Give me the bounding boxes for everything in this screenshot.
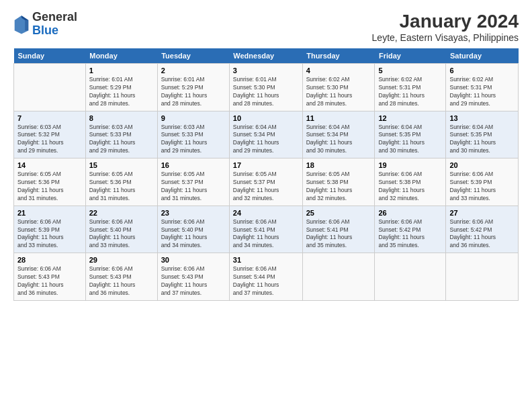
day-info: Sunrise: 6:02 AM Sunset: 5:31 PM Dayligh… (449, 76, 515, 108)
day-info: Sunrise: 6:04 AM Sunset: 5:34 PM Dayligh… (306, 124, 371, 156)
calendar-cell: 19Sunrise: 6:06 AM Sunset: 5:38 PM Dayli… (375, 158, 446, 206)
day-info: Sunrise: 6:06 AM Sunset: 5:42 PM Dayligh… (449, 218, 515, 250)
day-info: Sunrise: 6:05 AM Sunset: 5:37 PM Dayligh… (161, 171, 226, 203)
day-number: 23 (161, 209, 226, 217)
day-info: Sunrise: 6:06 AM Sunset: 5:42 PM Dayligh… (378, 218, 442, 250)
calendar-cell: 12Sunrise: 6:04 AM Sunset: 5:35 PM Dayli… (375, 111, 446, 158)
week-row-3: 14Sunrise: 6:05 AM Sunset: 5:36 PM Dayli… (14, 158, 519, 206)
day-number: 25 (306, 209, 371, 217)
calendar-cell: 4Sunrise: 6:02 AM Sunset: 5:30 PM Daylig… (302, 64, 375, 111)
day-number: 26 (378, 209, 442, 217)
logo-blue: Blue (32, 24, 77, 38)
week-row-5: 28Sunrise: 6:06 AM Sunset: 5:43 PM Dayli… (14, 253, 519, 301)
day-number: 22 (89, 209, 154, 217)
calendar-cell (14, 64, 86, 111)
day-number: 2 (161, 66, 226, 75)
calendar-cell: 13Sunrise: 6:04 AM Sunset: 5:35 PM Dayli… (446, 111, 519, 158)
page: General Blue January 2024 Leyte, Eastern… (0, 0, 532, 411)
day-info: Sunrise: 6:06 AM Sunset: 5:41 PM Dayligh… (233, 218, 299, 250)
calendar-cell: 26Sunrise: 6:06 AM Sunset: 5:42 PM Dayli… (375, 205, 446, 253)
header-cell-thursday: Thursday (302, 48, 375, 64)
calendar-cell: 23Sunrise: 6:06 AM Sunset: 5:40 PM Dayli… (157, 205, 229, 253)
header-cell-wednesday: Wednesday (229, 48, 302, 64)
week-row-1: 1Sunrise: 6:01 AM Sunset: 5:29 PM Daylig… (14, 64, 519, 111)
calendar-cell: 16Sunrise: 6:05 AM Sunset: 5:37 PM Dayli… (157, 158, 229, 206)
day-info: Sunrise: 6:06 AM Sunset: 5:43 PM Dayligh… (89, 265, 154, 298)
day-info: Sunrise: 6:06 AM Sunset: 5:43 PM Dayligh… (161, 265, 226, 298)
day-info: Sunrise: 6:06 AM Sunset: 5:43 PM Dayligh… (17, 265, 82, 298)
calendar-table: SundayMondayTuesdayWednesdayThursdayFrid… (13, 48, 519, 301)
day-info: Sunrise: 6:06 AM Sunset: 5:39 PM Dayligh… (449, 171, 515, 203)
header-cell-monday: Monday (85, 48, 157, 64)
day-number: 4 (306, 66, 371, 75)
logo: General Blue (13, 11, 77, 38)
day-info: Sunrise: 6:01 AM Sunset: 5:29 PM Dayligh… (161, 76, 226, 108)
day-number: 13 (449, 114, 515, 122)
day-info: Sunrise: 6:06 AM Sunset: 5:38 PM Dayligh… (378, 171, 442, 203)
calendar-cell: 3Sunrise: 6:01 AM Sunset: 5:30 PM Daylig… (229, 64, 302, 111)
day-number: 24 (233, 209, 299, 217)
page-subtitle: Leyte, Eastern Visayas, Philippines (372, 32, 519, 43)
day-info: Sunrise: 6:04 AM Sunset: 5:34 PM Dayligh… (233, 124, 299, 156)
logo-general: General (32, 11, 77, 24)
calendar-cell: 11Sunrise: 6:04 AM Sunset: 5:34 PM Dayli… (302, 111, 375, 158)
day-info: Sunrise: 6:06 AM Sunset: 5:39 PM Dayligh… (17, 218, 82, 250)
day-number: 10 (233, 114, 299, 122)
calendar-cell: 1Sunrise: 6:01 AM Sunset: 5:29 PM Daylig… (85, 64, 157, 111)
calendar-cell: 5Sunrise: 6:02 AM Sunset: 5:31 PM Daylig… (375, 64, 446, 111)
calendar-header: SundayMondayTuesdayWednesdayThursdayFrid… (14, 48, 519, 64)
calendar-cell: 7Sunrise: 6:03 AM Sunset: 5:32 PM Daylig… (14, 111, 86, 158)
header: General Blue January 2024 Leyte, Eastern… (13, 11, 519, 43)
day-info: Sunrise: 6:03 AM Sunset: 5:33 PM Dayligh… (89, 124, 154, 156)
day-number: 27 (449, 209, 515, 217)
day-info: Sunrise: 6:04 AM Sunset: 5:35 PM Dayligh… (449, 124, 515, 156)
day-number: 15 (89, 161, 154, 169)
calendar-cell: 15Sunrise: 6:05 AM Sunset: 5:36 PM Dayli… (85, 158, 157, 206)
day-info: Sunrise: 6:01 AM Sunset: 5:29 PM Dayligh… (89, 76, 154, 108)
calendar-cell: 30Sunrise: 6:06 AM Sunset: 5:43 PM Dayli… (157, 253, 229, 301)
day-number: 17 (233, 161, 299, 169)
day-number: 20 (449, 161, 515, 169)
calendar-cell (375, 253, 446, 301)
calendar-cell: 6Sunrise: 6:02 AM Sunset: 5:31 PM Daylig… (446, 64, 519, 111)
calendar-cell (446, 253, 519, 301)
calendar-cell: 14Sunrise: 6:05 AM Sunset: 5:36 PM Dayli… (14, 158, 86, 206)
header-cell-friday: Friday (375, 48, 446, 64)
calendar-cell (302, 253, 375, 301)
header-cell-saturday: Saturday (446, 48, 519, 64)
calendar-cell: 2Sunrise: 6:01 AM Sunset: 5:29 PM Daylig… (157, 64, 229, 111)
day-number: 12 (378, 114, 442, 122)
calendar-cell: 22Sunrise: 6:06 AM Sunset: 5:40 PM Dayli… (85, 205, 157, 253)
day-number: 21 (17, 209, 82, 217)
calendar-cell: 27Sunrise: 6:06 AM Sunset: 5:42 PM Dayli… (446, 205, 519, 253)
day-number: 1 (89, 66, 154, 75)
week-row-2: 7Sunrise: 6:03 AM Sunset: 5:32 PM Daylig… (14, 111, 519, 158)
day-info: Sunrise: 6:01 AM Sunset: 5:30 PM Dayligh… (233, 76, 299, 108)
day-info: Sunrise: 6:03 AM Sunset: 5:32 PM Dayligh… (17, 124, 82, 156)
header-cell-tuesday: Tuesday (157, 48, 229, 64)
header-cell-sunday: Sunday (14, 48, 86, 64)
calendar-cell: 20Sunrise: 6:06 AM Sunset: 5:39 PM Dayli… (446, 158, 519, 206)
calendar-cell: 18Sunrise: 6:05 AM Sunset: 5:38 PM Dayli… (302, 158, 375, 206)
header-row: SundayMondayTuesdayWednesdayThursdayFrid… (14, 48, 519, 64)
day-info: Sunrise: 6:05 AM Sunset: 5:37 PM Dayligh… (233, 171, 299, 203)
day-number: 7 (17, 114, 82, 122)
calendar-cell: 28Sunrise: 6:06 AM Sunset: 5:43 PM Dayli… (14, 253, 86, 301)
day-number: 6 (449, 66, 515, 75)
day-info: Sunrise: 6:02 AM Sunset: 5:31 PM Dayligh… (378, 76, 442, 108)
day-info: Sunrise: 6:03 AM Sunset: 5:33 PM Dayligh… (161, 124, 226, 156)
day-info: Sunrise: 6:06 AM Sunset: 5:40 PM Dayligh… (89, 218, 154, 250)
calendar-cell: 17Sunrise: 6:05 AM Sunset: 5:37 PM Dayli… (229, 158, 302, 206)
logo-icon (13, 14, 30, 34)
calendar-cell: 24Sunrise: 6:06 AM Sunset: 5:41 PM Dayli… (229, 205, 302, 253)
calendar-cell: 25Sunrise: 6:06 AM Sunset: 5:41 PM Dayli… (302, 205, 375, 253)
calendar-cell: 21Sunrise: 6:06 AM Sunset: 5:39 PM Dayli… (14, 205, 86, 253)
day-number: 30 (161, 256, 226, 264)
logo-text: General Blue (32, 11, 77, 38)
day-info: Sunrise: 6:05 AM Sunset: 5:36 PM Dayligh… (17, 171, 82, 203)
day-number: 9 (161, 114, 226, 122)
title-block: January 2024 Leyte, Eastern Visayas, Phi… (372, 11, 519, 43)
day-info: Sunrise: 6:05 AM Sunset: 5:36 PM Dayligh… (89, 171, 154, 203)
day-number: 28 (17, 256, 82, 264)
day-number: 16 (161, 161, 226, 169)
